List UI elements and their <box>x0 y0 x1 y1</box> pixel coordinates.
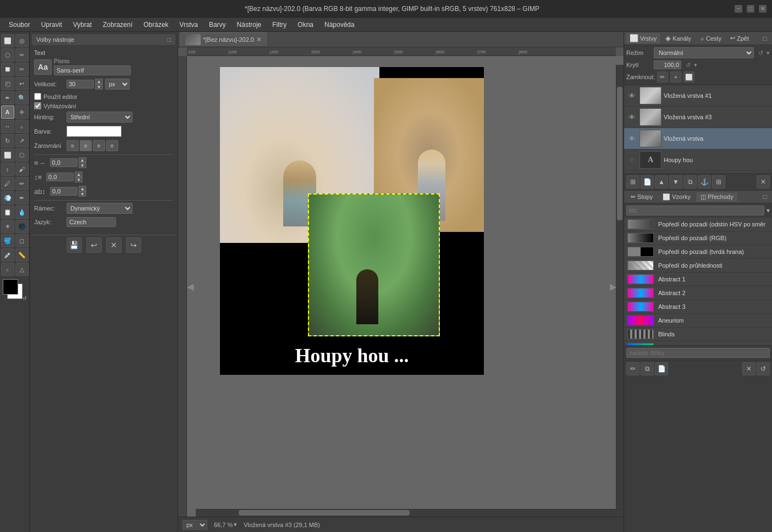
minimize-button[interactable]: − <box>735 5 742 13</box>
edit-gradient-button[interactable]: ✏ <box>626 362 639 375</box>
tool-scale[interactable]: ↗ <box>15 134 29 147</box>
antialias-checkbox[interactable] <box>34 102 41 109</box>
opacity-expand-icon[interactable]: ▾ <box>694 62 697 69</box>
maximize-button[interactable]: □ <box>747 5 754 13</box>
restore-defaults-button[interactable]: 💾 <box>67 237 82 253</box>
language-input[interactable] <box>67 217 116 227</box>
tool-zoom[interactable]: 🔍 <box>15 91 29 104</box>
menu-zobrazeni[interactable]: Zobrazení <box>98 20 137 30</box>
canvas-text-layer[interactable]: Houpy hou ... <box>220 336 484 375</box>
photo-layer-3-selected[interactable] <box>308 193 440 336</box>
menu-soubor[interactable]: Soubor <box>4 20 35 30</box>
tab-close-icon[interactable]: ✕ <box>256 36 262 43</box>
tool-crop[interactable]: ⬦ <box>15 120 29 133</box>
tool-burn[interactable]: 🌑 <box>15 220 29 233</box>
tool-fuzzy-select[interactable]: ✂ <box>15 48 29 62</box>
gradient-item-6[interactable]: Abstract 3 <box>624 300 772 314</box>
tool-pencil[interactable]: ✒ <box>1 91 14 104</box>
duplicate-gradient-button[interactable]: ⧉ <box>641 362 654 375</box>
tool-smudge[interactable]: 💧 <box>15 206 29 219</box>
new-layer-button[interactable]: 📄 <box>641 175 654 189</box>
anchor-layer[interactable]: ⚓ <box>698 175 711 189</box>
menu-obrazek[interactable]: Obrázek <box>139 20 173 30</box>
tool-options-collapse[interactable]: □ <box>167 36 171 43</box>
layer-visibility-2[interactable]: 👁 <box>626 133 637 144</box>
gradient-item-3[interactable]: Popředí do průhlednosti <box>624 259 772 273</box>
indent3-input[interactable] <box>50 187 78 196</box>
tool-flip[interactable]: ↕ <box>1 163 14 176</box>
mode-expand-icon[interactable]: ▾ <box>767 49 770 57</box>
undo-tool-button[interactable]: ↩ <box>86 237 102 253</box>
indent3-up[interactable]: ▲ <box>79 186 86 191</box>
tool-align[interactable]: ↔ <box>1 120 14 133</box>
tab-layers[interactable]: ⬜ Vrstvy <box>626 33 660 43</box>
panel-collapse-button[interactable]: □ <box>760 34 770 43</box>
tool-foreground[interactable]: ◰ <box>1 77 14 90</box>
tool-transform[interactable]: ↩ <box>15 77 29 90</box>
tool-vector[interactable]: △ <box>15 263 29 276</box>
delete-layer[interactable]: ✕ <box>757 175 770 189</box>
canvas-left-arrow[interactable]: ◀ <box>187 281 192 292</box>
merge-layers[interactable]: ⊞ <box>712 175 725 189</box>
menu-okna[interactable]: Okna <box>293 20 318 30</box>
indent2-up[interactable]: ▲ <box>75 171 82 177</box>
indent3-down[interactable]: ▼ <box>79 191 86 197</box>
layer-item-3[interactable]: 👁 A Houpy hou <box>624 149 772 171</box>
frame-select[interactable]: Dynamický Pevný <box>67 203 133 214</box>
tool-blend[interactable]: ◻ <box>15 234 29 247</box>
hinting-select[interactable]: Střední Žádné Slabé Plné <box>67 112 133 123</box>
tool-rect-select[interactable]: ⬜ <box>1 34 14 47</box>
brushes-collapse-button[interactable]: □ <box>760 192 770 202</box>
tab-channels[interactable]: ◈ Kanály <box>662 33 694 43</box>
reset-colors-icon[interactable]: ↺ <box>23 296 27 301</box>
gradient-item-1[interactable]: Popředí do pozadí (RGB) <box>624 231 772 245</box>
zoom-dropdown-icon[interactable]: ▾ <box>234 521 237 528</box>
menu-barvy[interactable]: Barvy <box>205 20 230 30</box>
move-layer-up[interactable]: ▲ <box>655 175 668 189</box>
tool-text[interactable]: A <box>1 106 14 119</box>
canvas-image[interactable]: Houpy hou ... <box>220 67 484 375</box>
tool-color-pick[interactable]: 💉 <box>1 248 14 262</box>
canvas-viewport[interactable]: ◀ ▶ <box>187 56 624 517</box>
lock-pixels-btn[interactable]: ✏ <box>657 71 668 82</box>
mode-select[interactable]: Normální Rozpustit Násobit Zesvětlit <box>654 47 754 58</box>
layer-item-2[interactable]: 👁 Vložená vrstva <box>624 128 772 149</box>
align-justify[interactable]: ≡ <box>106 140 118 151</box>
new-layer-from-visible[interactable]: ⊞ <box>626 175 639 189</box>
tool-measure[interactable]: 📏 <box>15 248 29 262</box>
indent1-input[interactable] <box>50 158 78 167</box>
tool-airbrush[interactable]: 💨 <box>1 191 14 204</box>
layer-item-0[interactable]: 👁 Vložená vrstva #1 <box>624 85 772 107</box>
opacity-cycle-icon[interactable]: ↺ <box>686 62 691 69</box>
size-unit-select[interactable]: px pt mm <box>105 79 130 90</box>
gradient-item-9[interactable]: Blue Green <box>624 341 772 345</box>
tab-brushes[interactable]: ✏ Stopy <box>626 192 657 202</box>
menu-nastroje[interactable]: Nástroje <box>233 20 266 30</box>
tool-heal[interactable]: 🖌 <box>15 163 29 176</box>
indent2-down[interactable]: ▼ <box>75 177 82 182</box>
size-input[interactable] <box>67 80 94 88</box>
gradient-item-5[interactable]: Abstract 2 <box>624 286 772 300</box>
tool-ink[interactable]: ✒ <box>15 191 29 204</box>
tag-input[interactable] <box>626 348 770 358</box>
menu-filtry[interactable]: Filtry <box>268 20 291 30</box>
align-center[interactable]: ≡ <box>80 140 92 151</box>
delete-gradient-button[interactable]: ✕ <box>742 362 756 375</box>
gradient-item-2[interactable]: Popředí do pozadí (tvrdá hrana) <box>624 245 772 259</box>
align-left[interactable]: ≡ <box>67 140 79 151</box>
tool-path[interactable]: ⬦ <box>1 263 14 276</box>
tab-patterns[interactable]: ⬜ Vzorky <box>658 192 695 202</box>
mode-cycle-icon[interactable]: ↺ <box>758 49 763 57</box>
tool-dodge[interactable]: ☀ <box>1 220 14 233</box>
size-decrement[interactable]: ▼ <box>95 84 103 90</box>
menu-vybrat[interactable]: Vybrat <box>69 20 96 30</box>
canvas-hscroll[interactable] <box>196 509 624 517</box>
new-gradient-button[interactable]: 📄 <box>655 362 668 375</box>
duplicate-layer[interactable]: ⧉ <box>683 175 697 189</box>
font-preview-box[interactable]: Aa <box>34 59 52 75</box>
tool-scissors[interactable]: ✂ <box>15 63 29 76</box>
menu-napoveda[interactable]: Nápověda <box>320 20 359 30</box>
canvas-images-area[interactable] <box>220 67 484 336</box>
size-increment[interactable]: ▲ <box>95 79 103 84</box>
close-button[interactable]: ✕ <box>759 5 767 13</box>
